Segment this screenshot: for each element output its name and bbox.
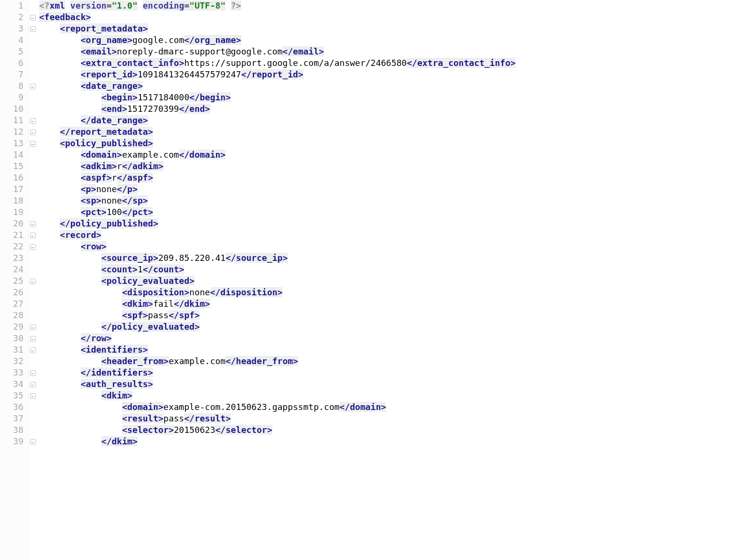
code-token: </ xyxy=(174,299,184,309)
code-token: > xyxy=(107,172,112,183)
fold-open-icon[interactable] xyxy=(30,84,36,89)
code-line[interactable]: <email>noreply-dmarc-support@google.com<… xyxy=(39,46,732,57)
fold-close-icon[interactable] xyxy=(30,439,36,445)
code-token: begin xyxy=(200,92,226,102)
fold-open-icon[interactable] xyxy=(30,233,36,238)
code-token: end xyxy=(189,104,205,114)
code-line[interactable]: <auth_results> xyxy=(39,378,732,390)
code-token: < xyxy=(60,23,65,33)
code-token xyxy=(65,0,70,11)
line-number: 34 xyxy=(0,378,23,390)
code-line[interactable]: </report_metadata> xyxy=(39,126,732,138)
code-line[interactable]: <source_ip>209.85.220.41</source_ip> xyxy=(39,252,732,264)
code-token: > xyxy=(132,436,138,446)
line-number: 14 xyxy=(0,149,23,161)
code-token: https://support.google.com/a/answer/2466… xyxy=(184,58,407,68)
code-line[interactable]: <identifiers> xyxy=(39,344,732,355)
code-token: selector xyxy=(127,425,169,435)
code-line[interactable]: <end>1517270399</end> xyxy=(39,103,732,115)
code-line[interactable]: <begin>1517184000</begin> xyxy=(39,92,732,103)
code-token: begin xyxy=(107,92,132,102)
code-line[interactable]: <header_from>example.com</header_from> xyxy=(39,355,732,367)
code-line[interactable]: <spf>pass</spf> xyxy=(39,310,732,321)
code-token: date_range xyxy=(91,115,142,125)
code-token: > xyxy=(282,253,288,263)
code-token: policy_published xyxy=(70,218,153,228)
code-token: < xyxy=(81,58,86,68)
code-editor[interactable]: 1234567891011121314151617181920212223242… xyxy=(0,0,732,560)
code-line[interactable]: <pct>100</pct> xyxy=(39,206,732,218)
line-number: 22 xyxy=(0,241,23,252)
fold-open-icon[interactable] xyxy=(30,347,36,353)
code-token: example.com xyxy=(122,150,179,160)
line-number: 16 xyxy=(0,172,23,183)
code-token: </ xyxy=(81,367,91,377)
code-line[interactable]: <adkim>r</adkim> xyxy=(39,161,732,172)
code-line[interactable]: <date_range> xyxy=(39,80,732,92)
code-line[interactable]: <result>pass</result> xyxy=(39,413,732,424)
code-line[interactable]: <?xml version="1.0" encoding="UTF-8" ?> xyxy=(39,0,732,11)
code-line[interactable]: <extra_contact_info>https://support.goog… xyxy=(39,57,732,69)
line-number: 21 xyxy=(0,229,23,241)
line-number: 23 xyxy=(0,252,23,264)
line-number: 32 xyxy=(0,355,23,367)
code-line[interactable]: <policy_evaluated> xyxy=(39,275,732,287)
code-line[interactable]: <org_name>google.com</org_name> xyxy=(39,34,732,46)
code-line[interactable]: <selector>20150623</selector> xyxy=(39,424,732,436)
code-line[interactable]: <dkim>fail</dkim> xyxy=(39,298,732,310)
code-line[interactable]: </row> xyxy=(39,333,732,344)
line-number: 18 xyxy=(0,195,23,206)
code-token: </ xyxy=(122,207,132,217)
code-line[interactable]: </identifiers> xyxy=(39,367,732,378)
fold-open-icon[interactable] xyxy=(30,244,36,250)
code-line[interactable]: </policy_evaluated> xyxy=(39,321,732,333)
code-line[interactable]: <p>none</p> xyxy=(39,183,732,195)
code-line[interactable]: </policy_published> xyxy=(39,218,732,229)
fold-column[interactable] xyxy=(29,0,38,560)
fold-close-icon[interactable] xyxy=(30,129,36,135)
line-number: 2 xyxy=(0,11,23,23)
code-token: < xyxy=(81,207,86,217)
fold-open-icon[interactable] xyxy=(30,141,36,147)
code-token: result xyxy=(127,413,158,423)
fold-open-icon[interactable] xyxy=(30,279,36,284)
fold-close-icon[interactable] xyxy=(30,370,36,376)
code-line[interactable]: <sp>none</sp> xyxy=(39,195,732,206)
code-line[interactable]: </dkim> xyxy=(39,436,732,447)
fold-open-icon[interactable] xyxy=(30,26,36,32)
code-token: > xyxy=(96,195,101,205)
code-line[interactable]: <dkim> xyxy=(39,390,732,401)
code-token: > xyxy=(122,104,127,114)
fold-open-icon[interactable] xyxy=(30,382,36,388)
code-line[interactable]: <count>1</count> xyxy=(39,264,732,275)
code-token: < xyxy=(81,172,86,183)
code-line[interactable]: </date_range> xyxy=(39,115,732,126)
fold-close-icon[interactable] xyxy=(30,118,36,124)
code-token: > xyxy=(153,218,158,228)
code-token: dkim xyxy=(127,299,148,309)
code-token: > xyxy=(143,23,148,33)
fold-open-icon[interactable] xyxy=(30,393,36,399)
code-line[interactable]: <record> xyxy=(39,229,732,241)
code-line[interactable]: <domain>example-com.20150623.gappssmtp.c… xyxy=(39,401,732,413)
fold-close-icon[interactable] xyxy=(30,336,36,342)
line-number: 24 xyxy=(0,264,23,275)
code-line[interactable]: <feedback> xyxy=(39,11,732,23)
code-token: > xyxy=(138,81,143,91)
code-line[interactable]: <report_id>10918413264457579247</report_… xyxy=(39,69,732,80)
code-token: < xyxy=(101,92,107,102)
code-line[interactable]: <report_metadata> xyxy=(39,23,732,34)
code-line[interactable]: <domain>example.com</domain> xyxy=(39,149,732,161)
code-area[interactable]: <?xml version="1.0" encoding="UTF-8" ?><… xyxy=(38,0,732,560)
code-line[interactable]: <aspf>r</aspf> xyxy=(39,172,732,183)
fold-close-icon[interactable] xyxy=(30,221,36,227)
code-line[interactable]: <disposition>none</disposition> xyxy=(39,287,732,298)
code-token: </ xyxy=(189,92,200,102)
code-line[interactable]: <row> xyxy=(39,241,732,252)
code-token: adkim xyxy=(132,161,158,171)
code-token: > xyxy=(148,299,153,309)
fold-close-icon[interactable] xyxy=(30,324,36,330)
code-line[interactable]: <policy_published> xyxy=(39,138,732,149)
code-token: 1517270399 xyxy=(127,104,179,114)
fold-open-icon[interactable] xyxy=(30,15,36,21)
